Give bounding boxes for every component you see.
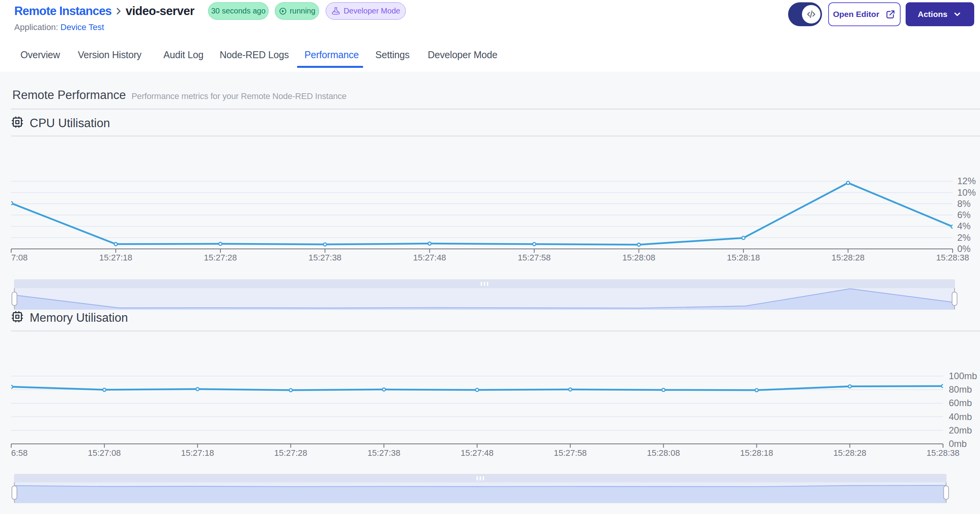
svg-text:15:27:28: 15:27:28 (274, 448, 308, 458)
svg-text:7:08: 7:08 (11, 253, 28, 262)
svg-text:80mb: 80mb (949, 384, 972, 395)
svg-text:15:27:38: 15:27:38 (308, 253, 341, 262)
svg-text:15:28:38: 15:28:38 (926, 448, 960, 458)
svg-text:8%: 8% (957, 198, 971, 209)
svg-text:15:27:38: 15:27:38 (367, 448, 400, 458)
svg-text:6:58: 6:58 (11, 448, 28, 458)
svg-text:15:28:18: 15:28:18 (727, 253, 760, 262)
svg-text:0mb: 0mb (949, 438, 967, 449)
svg-text:15:27:28: 15:27:28 (204, 253, 237, 262)
svg-text:100mb: 100mb (949, 371, 977, 381)
svg-text:15:28:28: 15:28:28 (832, 253, 865, 262)
svg-text:60mb: 60mb (949, 398, 972, 408)
svg-text:15:28:08: 15:28:08 (622, 253, 656, 262)
svg-text:6%: 6% (957, 210, 971, 220)
svg-text:12%: 12% (957, 176, 976, 186)
svg-text:4%: 4% (957, 221, 971, 231)
svg-text:15:27:18: 15:27:18 (99, 253, 133, 262)
svg-text:0%: 0% (957, 244, 971, 254)
svg-text:15:27:58: 15:27:58 (518, 253, 551, 262)
svg-text:15:27:18: 15:27:18 (181, 448, 214, 458)
svg-text:15:28:08: 15:28:08 (647, 448, 680, 458)
svg-text:15:27:08: 15:27:08 (88, 448, 121, 458)
svg-text:15:27:58: 15:27:58 (554, 448, 587, 458)
svg-text:15:27:48: 15:27:48 (461, 448, 494, 458)
svg-text:20mb: 20mb (949, 425, 972, 435)
svg-text:15:28:28: 15:28:28 (833, 448, 866, 458)
svg-text:15:27:48: 15:27:48 (413, 253, 446, 262)
svg-text:15:28:38: 15:28:38 (936, 253, 969, 262)
svg-text:15:28:18: 15:28:18 (740, 448, 773, 458)
svg-text:2%: 2% (957, 232, 971, 243)
svg-text:10%: 10% (957, 187, 976, 198)
svg-text:40mb: 40mb (949, 412, 972, 422)
